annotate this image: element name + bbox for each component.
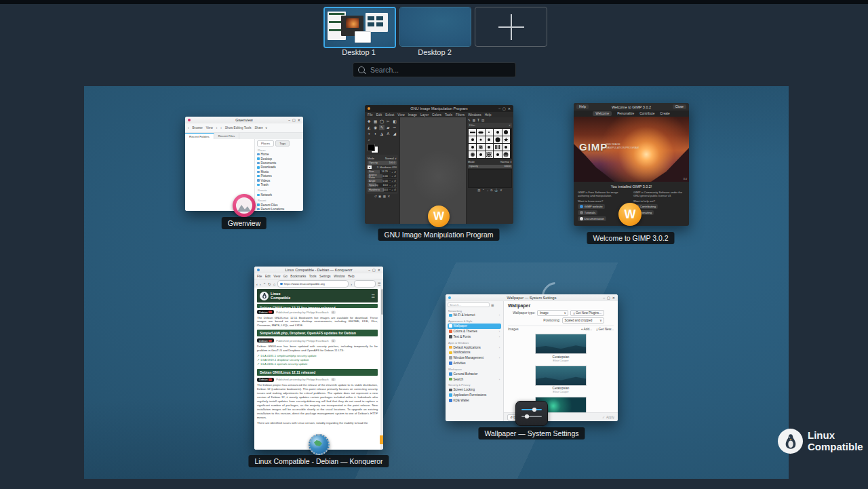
settings-sidebar: Networking Wi-Fi & Internet› Appearance … <box>446 301 504 421</box>
brushes-tab-icon: ✎ <box>468 119 471 122</box>
mini-window-settings <box>366 13 388 32</box>
desktop-thumbnail-1[interactable] <box>323 7 396 48</box>
brush-preview: ● <box>368 165 372 169</box>
settings-search-input[interactable] <box>448 302 490 307</box>
desktop-1-label: Desktop 1 <box>323 48 394 56</box>
filter-label: Filter <box>469 123 475 127</box>
sidebar-item-wallpaper: Wallpaper <box>448 324 501 329</box>
downloads-icon <box>257 166 260 169</box>
wallpaper-thumbnail <box>535 334 587 354</box>
window-konqueror[interactable]: Linux Compatible - Debian — Konqueror Fi… <box>254 267 383 450</box>
slider-adjust-icons <box>389 188 396 191</box>
maximize-icon <box>607 296 610 300</box>
add-image-button: Add... <box>581 328 592 331</box>
close-icon <box>508 106 511 111</box>
minimize-icon <box>288 118 290 122</box>
search-bar[interactable] <box>353 62 516 77</box>
close-icon <box>298 118 300 122</box>
gimp-titlebar: GNU Image Manipulation Program <box>365 105 513 112</box>
wallpaper-card: Ceratopsian Elise Couper <box>535 334 587 362</box>
hamburger-icon <box>491 303 494 307</box>
gimp-title: GNU Image Manipulation Program <box>365 106 513 111</box>
section-workspace: Workspace <box>448 368 501 371</box>
site-name: LinuxCompatible <box>271 292 290 300</box>
blur-tool-icon: ◐ <box>372 131 378 136</box>
forward-icon <box>260 282 261 286</box>
window-controls <box>603 296 615 300</box>
music-icon <box>257 171 260 174</box>
window-icon <box>449 356 452 359</box>
place-network: Network <box>257 193 301 197</box>
comment-count: 0 <box>331 311 336 314</box>
system-settings-title: Wallpaper — System Settings <box>446 296 618 300</box>
wallpaper-wave <box>84 262 789 479</box>
window-controls <box>288 118 300 122</box>
recent-locations-icon <box>257 208 260 211</box>
article-byline: Debian Published yesterday by Philipp Es… <box>257 377 378 382</box>
search-input[interactable] <box>369 65 511 75</box>
desktop-thumbnail-2[interactable] <box>399 7 471 47</box>
fonts-tab-icon: 𝐓 <box>477 119 479 122</box>
download-icon <box>573 311 574 315</box>
lock-icon <box>449 389 452 392</box>
close-icon <box>612 296 615 300</box>
scrollbar-thumb[interactable] <box>381 289 383 315</box>
slider-adjust-icons <box>389 179 396 182</box>
network-icon <box>257 194 260 197</box>
splash-version: 3.0 <box>683 177 687 180</box>
menu-colors: Colors <box>432 113 441 117</box>
linux-compatible-wordmark: LinuxCompatible <box>808 430 863 452</box>
welcome-tabs: Welcome Personalize Contribute Create <box>574 111 689 117</box>
article-title: SimpleSAMLphp, Dropbear, OpenAFS updates… <box>257 330 378 336</box>
share-button: Share <box>255 126 268 130</box>
menu-view: View <box>397 113 404 117</box>
konqueror-menubar: File Edit View Go Bookmarks Tools Settin… <box>254 273 383 279</box>
know-more-prompt: Want to know more? <box>578 199 629 203</box>
sidebar-item-colors-themes: Colors & Themes› <box>448 329 501 334</box>
tutorials-link: Tutorials <box>578 210 597 215</box>
tag-icon <box>269 340 272 343</box>
debian-badge: Debian <box>257 378 274 382</box>
transform-tool-icon: ◧ <box>392 119 397 124</box>
scrollbar[interactable] <box>380 288 383 450</box>
add-desktop-button[interactable] <box>475 7 547 47</box>
layers-mode-row: ModeNormal <box>468 159 512 164</box>
tab-recent-files: Recent Files <box>214 133 239 139</box>
gimp-launcher-icon: W <box>618 203 642 226</box>
layers-footer-icons: ▤⌃⌄⧉⚓ <box>468 189 512 192</box>
check-icon <box>602 416 605 419</box>
sidebar-item-screen-locking: Screen Locking <box>448 387 501 393</box>
slider-adjust-icons <box>389 174 396 178</box>
site-logo-penguin-icon <box>260 292 269 300</box>
comment-count: 0 <box>331 378 336 381</box>
apply-button: Apply <box>602 416 614 419</box>
menu-go: Go <box>283 275 288 278</box>
layers-opacity-slider: Opacity100.0 <box>468 165 512 169</box>
web-search-box <box>354 280 376 288</box>
home-icon <box>257 153 260 156</box>
tab-tags: Tags <box>275 140 290 146</box>
article-title: Debian GNU/Linux 12.11 released <box>257 369 378 376</box>
paths-tool-icon: ◮ <box>379 131 384 136</box>
desktop-2-wallpaper <box>400 7 471 46</box>
gwenview-title: Gwenview <box>185 118 303 122</box>
activities-icon <box>449 361 452 365</box>
tab-create: Create <box>660 112 669 115</box>
chevron-down-icon <box>395 157 397 160</box>
section-security-privacy: Security & Privacy <box>448 383 501 387</box>
site-menu-icon <box>372 294 375 298</box>
star-icon <box>449 346 452 349</box>
slider-adjust-icons <box>389 184 396 187</box>
home-icon <box>273 282 275 286</box>
konqueror-page: LinuxCompatible Debian GNU/Linux 12.11 l… <box>254 288 380 450</box>
window-controls <box>498 106 511 111</box>
sidebar-item-wifi-internet: Wi-Fi & Internet› <box>448 313 501 318</box>
welcome-window-label: Welcome to GIMP 3.0.2 <box>587 232 674 244</box>
article-byline: Debian Published yesterday by Philipp Es… <box>257 338 378 343</box>
section-header-remote: Remote <box>258 189 301 192</box>
system-settings-titlebar: Wallpaper — System Settings <box>446 294 618 301</box>
chevron-down-icon <box>265 126 267 130</box>
gimp-logo-text: GIMP <box>579 141 608 153</box>
menu-window: Window <box>334 275 344 278</box>
images-header-row: Images Add... Get New... <box>508 326 614 331</box>
